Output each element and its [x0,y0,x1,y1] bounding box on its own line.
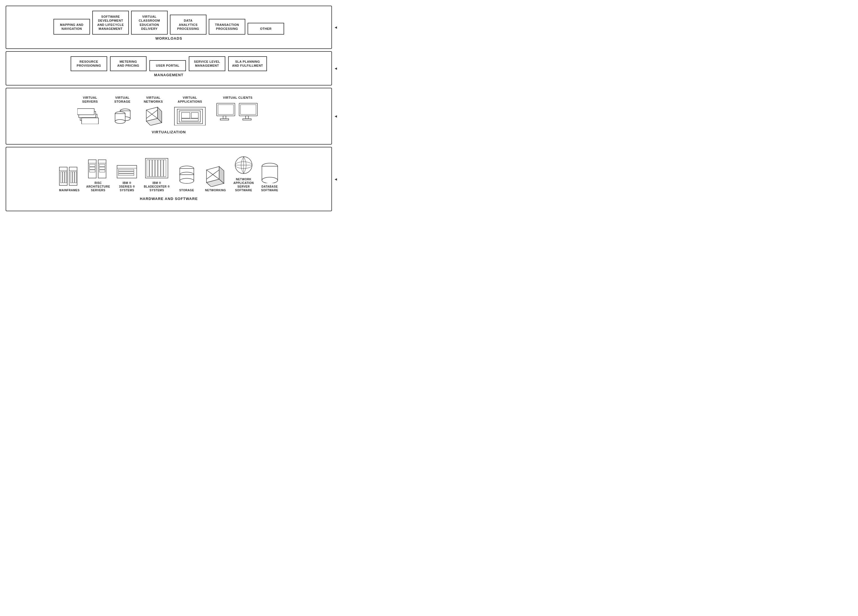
ref-302: ◄ 302 [334,114,337,118]
mainframes-label: MAINFRAMES [59,188,79,192]
workload-virtual-classroom: VIRTUALCLASSROOMEDUCATIONDELIVERY [131,11,168,34]
hw-ibm-bladecenter: IBM ®BLADECENTER ®SYSTEMS [144,157,169,192]
hw-mainframes: MAINFRAMES [58,164,81,192]
virtualization-items: VIRTUALSERVERS VIRTUALSTORAGE [11,93,327,129]
svg-rect-47 [99,167,105,170]
svg-rect-56 [150,160,152,177]
svg-rect-18 [182,112,190,118]
svg-rect-33 [65,171,67,183]
hw-storage: STORAGE [176,164,198,192]
workload-mapping: MAPPING ANDNAVIGATION [53,19,90,35]
virt-applications-item: VIRTUALAPPLICATIONS [173,96,207,126]
globe-icon [233,155,254,176]
ibm-bladecenter-label: IBM ®BLADECENTER ®SYSTEMS [144,181,169,192]
svg-rect-27 [246,116,249,119]
virt-applications-label: VIRTUALAPPLICATIONS [177,96,202,104]
workload-data-analytics: DATAANALYTICSPROCESSING [170,15,207,34]
database-software-label: DATABASESOFTWARE [261,185,278,192]
svg-rect-42 [89,167,95,170]
svg-rect-37 [73,171,74,183]
workload-software: SOFTWAREDEVELOPMENTAND LIFECYCLEMANAGEME… [92,11,129,34]
mgmt-sla-planning: SLA PLANNINGAND FULFILLMENT [228,56,267,71]
workload-other: OTHER [247,23,284,34]
svg-rect-51 [118,170,134,171]
risc-label: RISCARCHITECTURESERVERS [86,181,110,192]
virtual-applications-icon [173,106,207,126]
hardware-layer: MAINFRAMES RISCARCHITECTURESERV [6,147,332,211]
networking-label: NETWORKING [205,188,226,192]
virtual-clients-icon [215,102,260,121]
svg-rect-48 [99,170,105,172]
management-layer: RESOURCEPROVISIONING METERINGAND PRICING… [6,51,332,86]
svg-rect-52 [118,171,134,173]
virt-clients-item: VIRTUAL CLIENTS [215,96,260,121]
hw-database-software: DATABASESOFTWARE [260,162,280,192]
hw-networking: NETWORKING [204,164,228,192]
hw-risc: RISCARCHITECTURESERVERS [86,157,110,192]
svg-rect-57 [152,160,155,177]
virtual-servers-icon [77,106,103,124]
svg-rect-43 [89,170,95,172]
svg-rect-28 [243,119,251,120]
virt-servers-label: VIRTUALSERVERS [82,96,98,104]
networking-icon [204,164,228,187]
svg-rect-2 [77,109,94,115]
mgmt-user-portal: USER PORTAL [149,60,186,71]
svg-rect-60 [161,160,163,177]
database-software-icon [260,162,280,183]
virt-servers-item: VIRTUALSERVERS [77,96,103,124]
mgmt-resource-provisioning: RESOURCEPROVISIONING [71,56,107,71]
svg-point-66 [180,178,194,184]
svg-rect-32 [63,171,64,183]
svg-point-9 [115,120,125,123]
virt-networks-item: VIRTUALNETWORKS [142,96,165,126]
svg-rect-23 [223,116,226,119]
virt-clients-label: VIRTUAL CLIENTS [223,96,252,100]
hw-network-app-server: NETWORKAPPLICATIONSERVERSOFTWARE [233,155,254,192]
hardware-items: MAINFRAMES RISCARCHITECTURESERV [11,152,327,195]
workloads-layer: MAPPING ANDNAVIGATION SOFTWAREDEVELOPMEN… [6,6,332,49]
hardware-label: HARDWARE AND SOFTWARE [11,197,327,201]
svg-rect-46 [99,164,105,166]
ibm-3series-label: IBM ®3SERIES ®SYSTEMS [119,181,135,192]
virtual-storage-icon [111,106,134,126]
svg-rect-31 [61,171,62,183]
architecture-diagram: MAPPING ANDNAVIGATION SOFTWAREDEVELOPMEN… [6,6,332,211]
ref-304: ◄ 304 [334,66,337,71]
management-label: MANAGEMENT [11,73,327,77]
svg-rect-38 [75,171,76,183]
svg-rect-36 [70,171,72,183]
ibm-3series-icon [116,163,138,179]
svg-rect-59 [158,160,160,177]
virtualization-layer: VIRTUALSERVERS VIRTUALSTORAGE [6,88,332,145]
virtual-networks-icon [142,106,165,126]
svg-rect-53 [118,174,134,176]
storage-label: STORAGE [179,188,194,192]
storage-icon [176,164,198,187]
workloads-label: WORKLOADS [11,36,327,40]
ref-300: ◄ 300 [334,177,337,181]
svg-rect-3 [82,118,98,124]
virt-storage-label: VIRTUALSTORAGE [114,96,131,104]
svg-rect-58 [155,160,157,177]
workload-transaction: TRANSACTIONPROCESSING [209,19,245,35]
svg-rect-41 [89,164,95,166]
hw-ibm-3series: IBM ®3SERIES ®SYSTEMS [116,163,138,192]
mgmt-service-level: SERVICE LEVELMANAGEMENT [189,56,225,71]
virt-networks-label: VIRTUALNETWORKS [144,96,163,104]
workloads-items: MAPPING ANDNAVIGATION SOFTWAREDEVELOPMEN… [11,11,327,34]
svg-rect-55 [147,160,149,177]
virtualization-label: VIRTUALIZATION [11,130,327,134]
svg-rect-22 [218,105,233,115]
ibm-bladecenter-icon [144,157,169,179]
ref-306: ◄ 306 [334,25,337,30]
mgmt-metering: METERINGAND PRICING [110,56,146,71]
virt-storage-item: VIRTUALSTORAGE [111,96,134,126]
svg-rect-24 [220,119,229,120]
svg-rect-26 [241,105,256,115]
network-app-server-label: NETWORKAPPLICATIONSERVERSOFTWARE [233,177,254,192]
mainframes-icon [58,164,81,187]
svg-rect-19 [191,112,198,118]
risc-icon [87,157,109,179]
svg-rect-20 [182,119,198,121]
